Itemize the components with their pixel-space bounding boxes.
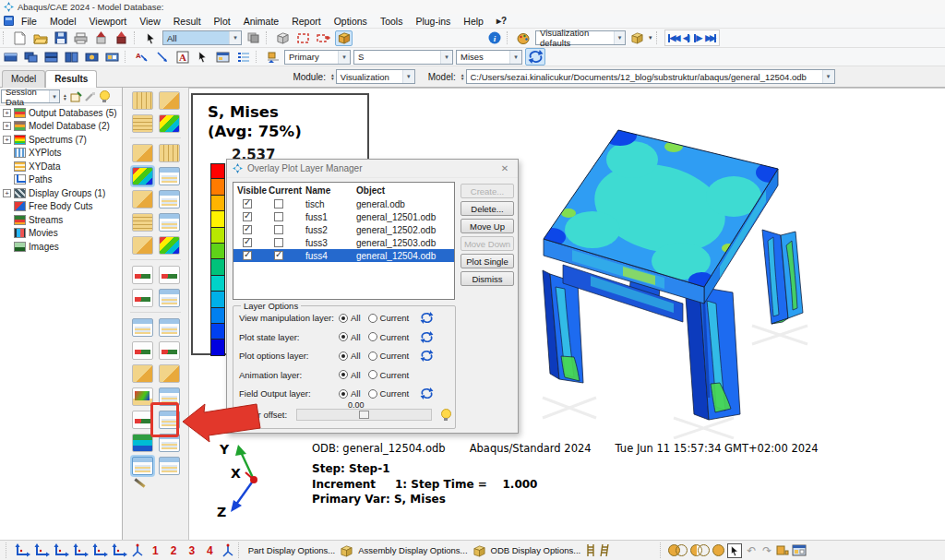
current-checkbox[interactable]: [274, 225, 283, 234]
part-cube-icon[interactable]: [340, 544, 353, 557]
move-down-button[interactable]: Move Down: [461, 236, 514, 251]
attach-odb-icon[interactable]: [92, 30, 110, 46]
toolbox-icon[interactable]: [132, 190, 153, 209]
toolbox-icon[interactable]: [159, 91, 180, 110]
new-file-icon[interactable]: [11, 30, 29, 46]
last-frame-button[interactable]: ▶▶: [705, 33, 716, 42]
custom-view-icon[interactable]: [130, 543, 145, 558]
close-icon[interactable]: [497, 163, 512, 173]
menu-view[interactable]: View: [134, 15, 166, 28]
box-zoom-icon[interactable]: [294, 30, 312, 46]
redo-icon[interactable]: ↷: [760, 544, 773, 557]
current-radio[interactable]: [368, 314, 377, 323]
color-cube-dropdown-icon[interactable]: [628, 30, 646, 46]
tree-item-movies[interactable]: Movies: [0, 227, 122, 241]
tree-item-model-database[interactable]: Model Database (2): [0, 120, 122, 134]
view-zy-icon[interactable]: [91, 543, 108, 558]
all-radio[interactable]: [339, 314, 348, 323]
render-shaded-icon[interactable]: [274, 30, 292, 46]
expand-icon[interactable]: [3, 136, 11, 144]
annotation-manager-icon[interactable]: [234, 49, 252, 65]
menu-file[interactable]: File: [16, 15, 42, 28]
menu-options[interactable]: Options: [329, 15, 373, 28]
edit-annotation-icon[interactable]: A: [133, 49, 150, 65]
assembly-display-options-button[interactable]: Assembly Display Options...: [356, 545, 469, 555]
toolbox-icon[interactable]: [132, 318, 153, 337]
slider-handle[interactable]: [359, 411, 369, 419]
apply-view-icon[interactable]: [221, 543, 235, 558]
layer-row-fuss3[interactable]: fuss3general_12503.odb: [233, 236, 454, 249]
pick-cursor-icon[interactable]: [194, 49, 211, 65]
sync-icon[interactable]: [420, 312, 434, 324]
model-combo[interactable]: C:/Users/sezai.kinalicukur/Documents/12_…: [466, 69, 835, 84]
tree-item-paths[interactable]: Paths: [0, 173, 122, 187]
toolbox-icon[interactable]: [159, 289, 180, 307]
toolbox-icon[interactable]: [132, 341, 153, 360]
visible-checkbox[interactable]: [243, 199, 252, 209]
query-distance-icon[interactable]: [315, 30, 332, 46]
current-radio[interactable]: [368, 351, 377, 361]
tree-item-output-databases[interactable]: Output Databases (5): [0, 106, 122, 120]
current-checkbox[interactable]: [274, 212, 283, 221]
layer-offset-slider[interactable]: [296, 409, 432, 421]
view-xz-icon[interactable]: [53, 543, 69, 558]
menu-report[interactable]: Report: [286, 15, 327, 28]
toolbox-icon[interactable]: [159, 190, 180, 209]
visible-checkbox[interactable]: [243, 251, 252, 260]
odb-display-options-button[interactable]: ODB Display Options...: [489, 545, 583, 555]
current-radio[interactable]: [368, 389, 377, 399]
save-icon[interactable]: [52, 30, 69, 46]
toolbox-icon[interactable]: [132, 114, 153, 133]
view-yx-icon[interactable]: [33, 543, 50, 558]
toolbox-icon-contour-plot[interactable]: [132, 167, 153, 185]
previous-frame-button[interactable]: ◀: [683, 33, 689, 42]
context-help-icon[interactable]: ▸?: [496, 16, 507, 26]
current-radio[interactable]: [368, 332, 377, 341]
edit-item-icon[interactable]: [84, 91, 96, 102]
menu-result[interactable]: Result: [168, 15, 207, 28]
toolbox-icon[interactable]: [132, 434, 153, 452]
open-file-icon[interactable]: [31, 30, 49, 46]
menu-plugins[interactable]: Plug-ins: [410, 15, 456, 28]
visible-checkbox[interactable]: [243, 238, 252, 247]
toolbox-icon[interactable]: [159, 364, 180, 383]
print-icon[interactable]: [72, 30, 90, 46]
viewport-2-button[interactable]: 2: [166, 544, 182, 557]
delete-button[interactable]: Delete...: [461, 201, 514, 216]
menu-viewport[interactable]: Viewport: [84, 15, 133, 28]
model-spinner[interactable]: ▴▾: [461, 73, 464, 80]
probe-pen-icon[interactable]: [132, 480, 149, 494]
frame-ladder-icon[interactable]: [599, 543, 610, 557]
text-annotation-icon[interactable]: A: [173, 49, 191, 65]
toolbox-icon[interactable]: [132, 387, 153, 406]
field-output-position-combo[interactable]: Primary▾: [284, 50, 351, 65]
assembly-cube-icon[interactable]: [472, 544, 486, 557]
color-defaults-combo[interactable]: Visualization defaults▾: [535, 30, 626, 45]
toolbox-icon[interactable]: [132, 213, 153, 232]
display-group-dialog-icon[interactable]: [792, 544, 807, 556]
tree-item-free-body-cuts[interactable]: Free Body Cuts: [0, 200, 122, 214]
toolbox-icon[interactable]: [132, 91, 153, 110]
all-radio[interactable]: [339, 370, 348, 379]
group-icon[interactable]: [245, 30, 262, 46]
part-display-options-button[interactable]: Part Display Options...: [246, 545, 338, 555]
create-item-icon[interactable]: [70, 91, 82, 102]
viewport-1-button[interactable]: 1: [148, 544, 163, 557]
refresh-field-output-icon[interactable]: [525, 48, 545, 66]
toolbox-icon[interactable]: [132, 236, 153, 255]
render-model-icon[interactable]: [335, 30, 353, 46]
visible-checkbox[interactable]: [243, 225, 252, 234]
next-frame-button[interactable]: ▶: [694, 33, 700, 42]
all-radio[interactable]: [339, 332, 348, 341]
toolbox-icon[interactable]: [159, 167, 180, 185]
tab-model[interactable]: Model: [2, 70, 45, 88]
info-icon[interactable]: i: [485, 30, 503, 46]
tree-item-streams[interactable]: Streams: [0, 213, 122, 227]
selection-scope-combo[interactable]: All▾: [162, 30, 242, 45]
menu-tools[interactable]: Tools: [375, 15, 409, 28]
move-up-button[interactable]: Move Up: [461, 219, 514, 233]
toolbox-icon[interactable]: [159, 266, 180, 284]
toolbox-icon[interactable]: [159, 114, 180, 133]
arrow-annotation-icon[interactable]: [153, 49, 171, 65]
select-cursor-icon[interactable]: [142, 30, 160, 46]
